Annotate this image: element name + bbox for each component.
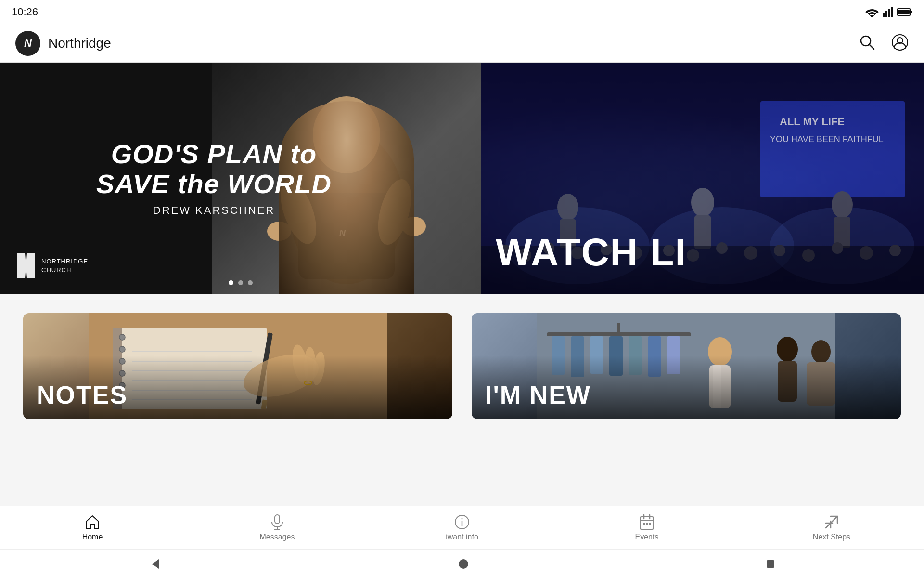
info-icon xyxy=(454,514,470,530)
nav-events-label: Events xyxy=(635,533,659,541)
status-icons xyxy=(865,7,912,17)
svg-rect-0 xyxy=(883,13,885,17)
signal-icon xyxy=(883,7,893,17)
nav-messages-label: Messages xyxy=(260,533,295,541)
svg-rect-88 xyxy=(275,515,280,524)
hero-title-line1: GOD'S PLAN to xyxy=(96,139,332,169)
svg-rect-99 xyxy=(646,523,648,525)
nav-nextsteps-label: Next Steps xyxy=(813,533,850,541)
svg-rect-1 xyxy=(886,11,887,17)
back-icon xyxy=(148,557,162,571)
nav-item-iwantinfo[interactable]: iwant.info xyxy=(433,514,491,541)
svg-point-44 xyxy=(802,249,815,262)
status-time: 10:26 xyxy=(12,6,38,18)
nav-iwantinfo-label: iwant.info xyxy=(446,533,478,541)
content-section: NOTES xyxy=(0,294,924,429)
svg-line-8 xyxy=(869,44,874,49)
imnew-label: I'M NEW xyxy=(485,381,591,409)
search-icon xyxy=(859,34,876,51)
app-bar: N Northridge xyxy=(0,24,924,63)
svg-text:N: N xyxy=(339,228,346,238)
nextsteps-icon xyxy=(824,514,839,530)
svg-point-16 xyxy=(267,222,291,241)
svg-line-101 xyxy=(826,516,837,528)
svg-rect-6 xyxy=(898,10,910,14)
northridge-logo-area: NORTHRIDGE CHURCH xyxy=(15,253,88,278)
svg-text:ALL MY LIFE: ALL MY LIFE xyxy=(780,116,845,128)
dot-1[interactable] xyxy=(229,280,233,285)
android-home-icon xyxy=(458,559,469,569)
hero-slide-1[interactable]: GOD'S PLAN to SAVE the WORLD DREW KARSCH… xyxy=(0,63,481,294)
home-icon xyxy=(85,514,100,530)
church-name: NORTHRIDGE CHURCH xyxy=(41,257,88,275)
wifi-icon xyxy=(865,7,879,17)
search-button[interactable] xyxy=(859,34,876,53)
n-logo xyxy=(15,253,37,278)
app-bar-right xyxy=(859,34,909,53)
app-title: Northridge xyxy=(48,36,111,51)
nav-item-messages[interactable]: Messages xyxy=(248,514,306,541)
profile-button[interactable] xyxy=(891,34,909,53)
svg-point-40 xyxy=(687,249,699,262)
nav-home-label: Home xyxy=(82,533,103,541)
svg-point-28 xyxy=(691,188,714,217)
svg-point-26 xyxy=(557,194,578,221)
svg-rect-98 xyxy=(643,523,645,525)
mic-icon xyxy=(270,514,284,530)
nav-item-nextsteps[interactable]: Next Steps xyxy=(803,514,860,541)
svg-point-105 xyxy=(459,559,468,569)
svg-point-30 xyxy=(832,191,853,218)
svg-point-17 xyxy=(402,217,426,236)
app-logo: N xyxy=(15,31,40,56)
status-bar: 10:26 xyxy=(0,0,924,24)
android-recent-button[interactable] xyxy=(765,559,776,569)
dot-3[interactable] xyxy=(248,280,253,285)
svg-point-43 xyxy=(774,245,785,256)
svg-point-15 xyxy=(372,176,417,249)
carousel-dots[interactable] xyxy=(229,280,253,285)
svg-rect-5 xyxy=(911,11,912,13)
svg-rect-29 xyxy=(694,215,711,249)
hero-text-block: GOD'S PLAN to SAVE the WORLD DREW KARSCH… xyxy=(96,139,332,217)
imnew-card[interactable]: I'M NEW xyxy=(472,313,901,419)
svg-rect-3 xyxy=(891,7,893,17)
nav-item-events[interactable]: Events xyxy=(618,514,676,541)
svg-rect-100 xyxy=(649,523,651,525)
calendar-icon xyxy=(640,514,654,530)
hero-carousel[interactable]: GOD'S PLAN to SAVE the WORLD DREW KARSCH… xyxy=(0,63,924,294)
svg-point-46 xyxy=(860,246,873,260)
svg-point-41 xyxy=(716,242,728,254)
svg-text:YOU HAVE BEEN FAITHFUL: YOU HAVE BEEN FAITHFUL xyxy=(770,134,884,144)
app-bar-left: N Northridge xyxy=(15,31,111,56)
svg-point-42 xyxy=(744,246,757,260)
svg-rect-106 xyxy=(767,560,774,568)
svg-point-47 xyxy=(889,245,901,256)
notes-card[interactable]: NOTES xyxy=(23,313,452,419)
svg-point-45 xyxy=(832,242,843,254)
nav-item-home[interactable]: Home xyxy=(64,514,121,541)
dot-2[interactable] xyxy=(238,280,243,285)
svg-rect-2 xyxy=(888,9,890,17)
notes-label: NOTES xyxy=(37,381,128,409)
bottom-nav: Home Messages iwant.info Event xyxy=(0,506,924,549)
android-recent-icon xyxy=(765,559,776,569)
watch-live-label: WATCH LI xyxy=(496,230,687,275)
svg-marker-104 xyxy=(152,559,159,569)
android-nav-bar xyxy=(0,549,924,578)
profile-icon xyxy=(891,34,909,51)
android-home-button[interactable] xyxy=(458,559,469,569)
svg-point-93 xyxy=(462,518,463,519)
android-back-button[interactable] xyxy=(148,557,162,571)
hero-speaker: DREW KARSCHNER xyxy=(96,205,332,217)
battery-icon xyxy=(897,8,912,16)
hero-title-line2: SAVE the WORLD xyxy=(96,169,332,199)
hero-slide-2[interactable]: ALL MY LIFE YOU HAVE BEEN FAITHFUL xyxy=(481,63,924,294)
